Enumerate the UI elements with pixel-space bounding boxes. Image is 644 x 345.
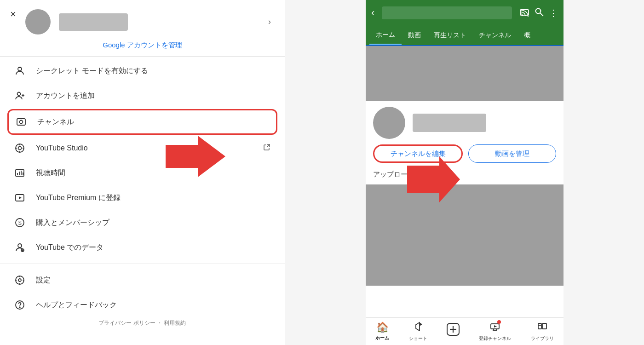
help-label: ヘルプとフィードバック [36,300,117,310]
tab-more[interactable]: 概 [518,27,537,44]
menu-item-studio[interactable]: YouTube Studio [0,136,285,161]
library-nav-label: ライブラリ [531,335,554,342]
nav-subscriptions[interactable]: 登録チャンネル [479,321,511,342]
premium-label: YouTube Premium に登録 [36,193,121,203]
more-icon[interactable]: ⋮ [549,7,558,18]
video-thumbnail [366,184,564,286]
home-nav-icon: 🏠 [376,322,389,334]
channel-actions: チャンネルを編集 動画を管理 [366,144,564,168]
nav-home[interactable]: 🏠 ホーム [375,322,389,341]
channel-name-box [413,114,486,132]
purchases-icon: $ [14,217,26,229]
svg-marker-43 [494,325,497,328]
subscriptions-nav-label: 登録チャンネル [479,335,511,342]
nav-shorts[interactable]: ショート [409,321,427,342]
add-account-icon [14,90,26,102]
svg-point-5 [20,121,23,124]
menu-item-add-account[interactable]: アカウントを追加 [0,83,285,108]
svg-marker-19 [19,196,22,199]
purchases-label: 購入とメンバーシップ [36,218,109,228]
edit-channel-button[interactable]: チャンネルを編集 [373,144,463,163]
manage-videos-button[interactable]: 動画を管理 [468,144,556,163]
add-account-label: アカウントを追加 [36,91,95,101]
settings-icon [14,274,26,286]
svg-point-24 [16,276,24,284]
svg-point-34 [536,8,541,13]
help-icon [14,299,26,311]
topbar-icons: ⋮ [519,7,558,19]
studio-label: YouTube Studio [36,144,88,152]
right-panel: ‹ ⋮ [285,0,644,345]
close-button[interactable]: × [10,8,16,20]
shorts-nav-icon [413,321,423,334]
channel-label: チャンネル [37,117,74,127]
svg-rect-44 [538,323,541,329]
phone-topbar: ‹ ⋮ [366,0,564,26]
bottom-nav: 🏠 ホーム ショート [366,317,564,345]
menu-item-data[interactable]: YouTube でのデータ [0,235,285,260]
account-section: › [0,4,285,39]
nav-library[interactable]: ライブラリ [531,321,554,342]
upload-label: アップロード動画 [366,168,564,183]
manage-account-link[interactable]: Google アカウントを管理 [0,39,285,56]
home-nav-label: ホーム [375,335,389,341]
studio-icon [14,142,26,154]
menu-item-incognito[interactable]: シークレット モードを有効にする [0,58,285,83]
channel-profile [366,101,564,144]
svg-point-1 [17,92,21,96]
channel-tabs: ホーム 動画 再生リスト チャンネル 概 [366,26,564,46]
tab-home[interactable]: ホーム [369,26,402,45]
premium-icon [14,192,26,204]
data-label: YouTube でのデータ [36,243,104,253]
menu-item-watchtime[interactable]: 視聴時間 [0,161,285,185]
menu-item-settings[interactable]: 設定 [0,268,285,293]
incognito-label: シークレット モードを有効にする [36,66,148,76]
settings-label: 設定 [36,276,51,285]
tab-videos[interactable]: 動画 [402,27,427,44]
search-icon[interactable] [534,7,544,19]
nav-add[interactable] [447,323,460,340]
channel-banner [366,46,564,101]
svg-point-22 [18,244,22,247]
account-name-box [59,13,128,31]
shorts-nav-label: ショート [409,335,427,342]
svg-point-7 [18,147,22,150]
svg-line-12 [267,144,270,147]
bottom-divider [0,264,285,264]
svg-point-31 [19,307,20,308]
menu-item-channel[interactable]: チャンネル [7,109,277,135]
svg-point-25 [18,279,21,282]
channel-icon [15,116,27,128]
tab-playlist[interactable]: 再生リスト [427,27,472,44]
library-nav-icon [537,321,547,334]
menu-item-help[interactable]: ヘルプとフィードバック [0,293,285,317]
phone-mockup: ‹ ⋮ [366,0,564,345]
menu-item-purchases[interactable]: $ 購入とメンバーシップ [0,210,285,235]
watchtime-icon [14,167,26,179]
tab-channels[interactable]: チャンネル [472,27,518,44]
divider-top [0,56,285,57]
svg-rect-45 [542,323,546,329]
add-nav-icon [447,323,460,339]
privacy-policy-text: プライバシー ポリシー ・ 利用規約 [0,317,285,331]
incognito-icon [14,65,26,77]
data-icon [14,242,26,253]
channel-avatar [373,107,405,139]
svg-line-35 [540,13,544,16]
subscriptions-nav-icon [490,321,500,334]
chevron-right-icon: › [268,17,271,27]
back-button[interactable]: ‹ [371,7,374,19]
avatar [25,9,51,34]
left-panel: × › Google アカウントを管理 シークレット モードを有効にする [0,0,285,345]
svg-text:$: $ [18,220,22,226]
external-link-icon [263,143,271,154]
watchtime-label: 視聴時間 [36,168,65,178]
topbar-title [382,6,512,19]
menu-item-premium[interactable]: YouTube Premium に登録 [0,185,285,210]
svg-rect-4 [17,119,25,125]
cast-icon[interactable] [519,7,529,19]
